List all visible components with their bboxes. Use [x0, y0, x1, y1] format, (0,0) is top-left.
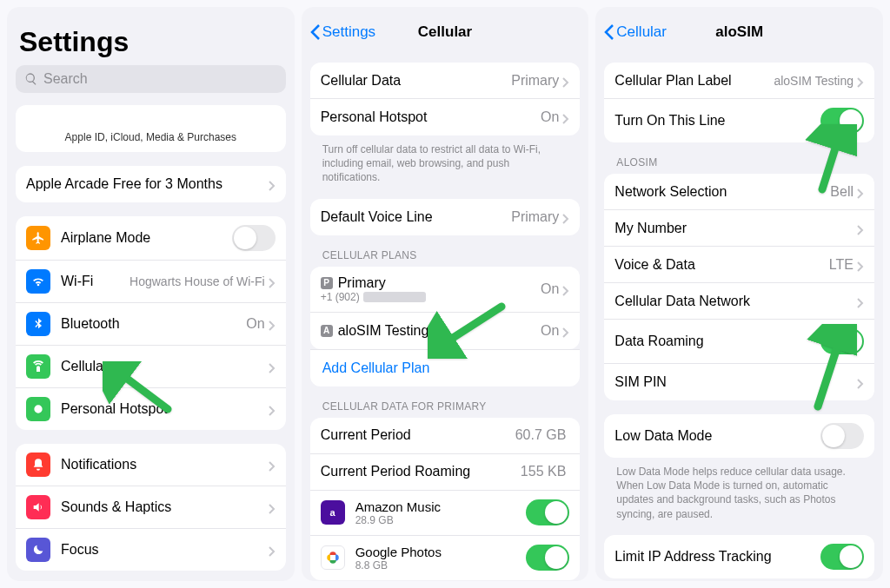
- focus-label: Focus: [61, 542, 99, 558]
- default-voice-label: Default Voice Line: [321, 209, 433, 225]
- search-icon: [24, 72, 38, 86]
- search-placeholder: Search: [43, 71, 88, 87]
- navbar: Settings Cellular: [310, 17, 581, 47]
- back-button[interactable]: Settings: [310, 23, 375, 41]
- app-amazon-row[interactable]: a Amazon Music 28.9 GB: [310, 491, 581, 536]
- limit-ip-toggle[interactable]: [820, 544, 864, 570]
- amazon-music-icon: a: [321, 500, 345, 525]
- chevron-right-icon: [857, 187, 864, 197]
- plan-alosim-label: aloSIM Testing: [338, 323, 429, 339]
- promo-label: Apple Arcade Free for 3 Months: [26, 176, 222, 192]
- cellular-data-label: Cellular Data: [321, 73, 401, 89]
- hotspot-label: Personal Hotspot: [61, 401, 168, 417]
- promo-row[interactable]: Apple Arcade Free for 3 Months: [16, 166, 286, 202]
- focus-row[interactable]: Focus: [16, 529, 286, 571]
- default-voice-value: Primary: [511, 209, 559, 225]
- usage-header: CELLULAR DATA FOR PRIMARY: [322, 400, 581, 413]
- turn-on-label: Turn On This Line: [614, 113, 725, 129]
- wifi-row[interactable]: Wi-Fi Hogwarts House of Wi-Fi: [16, 261, 286, 303]
- alosim-screen: Cellular aloSIM Cellular Plan Label aloS…: [595, 7, 883, 581]
- limit-ip-row[interactable]: Limit IP Address Tracking: [604, 535, 874, 578]
- bluetooth-label: Bluetooth: [61, 316, 120, 332]
- data-roaming-label: Data Roaming: [614, 334, 703, 349]
- chevron-right-icon: [562, 284, 569, 294]
- wifi-label: Wi-Fi: [61, 274, 93, 289]
- back-label: Cellular: [616, 23, 667, 41]
- cellular-screen: Settings Cellular Cellular Data Primary …: [302, 7, 589, 581]
- app-google-row[interactable]: Google Photos 8.8 GB: [310, 536, 581, 580]
- chevron-right-icon: [269, 459, 276, 470]
- turn-on-line-row[interactable]: Turn On This Line: [604, 99, 874, 142]
- bluetooth-icon: [26, 312, 50, 336]
- back-button[interactable]: Cellular: [604, 23, 667, 41]
- cellular-row[interactable]: Cellular: [16, 346, 286, 388]
- airplane-mode-row[interactable]: Airplane Mode: [16, 216, 286, 261]
- cellular-plans-header: CELLULAR PLANS: [322, 249, 581, 261]
- search-input[interactable]: Search: [16, 65, 286, 93]
- low-data-footer: Low Data Mode helps reduce cellular data…: [616, 465, 874, 521]
- plan-primary-label: Primary: [338, 275, 386, 291]
- chevron-right-icon: [269, 276, 276, 287]
- sounds-row[interactable]: Sounds & Haptics: [16, 486, 286, 529]
- chevron-right-icon: [269, 319, 276, 329]
- current-period-row[interactable]: Current Period 60.7 GB: [310, 418, 581, 454]
- network-selection-label: Network Selection: [614, 184, 727, 200]
- chevron-right-icon: [857, 223, 864, 234]
- voice-data-row[interactable]: Voice & Data LTE: [604, 247, 874, 283]
- plan-label-value: aloSIM Testing: [774, 74, 853, 88]
- bluetooth-row[interactable]: Bluetooth On: [16, 303, 286, 346]
- chevron-right-icon: [857, 377, 864, 387]
- data-roaming-row[interactable]: Data Roaming: [604, 320, 874, 364]
- low-data-mode-row[interactable]: Low Data Mode: [604, 414, 874, 458]
- cellular-icon: [26, 354, 50, 379]
- my-number-row[interactable]: My Number: [604, 210, 874, 247]
- notifications-row[interactable]: Notifications: [16, 444, 286, 486]
- wifi-icon: [26, 269, 50, 294]
- turn-on-line-toggle[interactable]: [820, 108, 864, 134]
- current-period-roaming-row[interactable]: Current Period Roaming 155 KB: [310, 454, 581, 491]
- voice-data-label: Voice & Data: [614, 257, 695, 273]
- cellular-data-footer: Turn off cellular data to restrict all d…: [322, 142, 581, 185]
- nav-title: aloSIM: [715, 23, 763, 41]
- low-data-toggle[interactable]: [820, 423, 864, 449]
- bell-icon: [26, 453, 50, 477]
- chevron-right-icon: [562, 326, 569, 336]
- personal-hotspot-row[interactable]: Personal Hotspot On: [310, 99, 581, 135]
- app-amazon-size: 28.9 GB: [355, 514, 527, 526]
- app-amazon-toggle[interactable]: [526, 499, 569, 525]
- app-google-toggle[interactable]: [526, 545, 569, 571]
- airplane-label: Airplane Mode: [61, 230, 150, 246]
- cellular-data-row[interactable]: Cellular Data Primary: [310, 63, 581, 99]
- sim-pin-row[interactable]: SIM PIN: [604, 364, 874, 400]
- chevron-right-icon: [857, 76, 864, 86]
- chevron-right-icon: [269, 179, 276, 189]
- sounds-label: Sounds & Haptics: [61, 499, 171, 515]
- chevron-right-icon: [269, 361, 276, 372]
- page-title: Settings: [19, 26, 286, 58]
- chevron-right-icon: [269, 502, 276, 512]
- data-roaming-toggle[interactable]: [820, 328, 864, 354]
- plan-primary-badge: P: [321, 277, 333, 289]
- airplane-toggle[interactable]: [232, 225, 276, 251]
- current-period-value: 60.7 GB: [515, 427, 567, 443]
- notifications-label: Notifications: [61, 457, 136, 472]
- cellular-data-network-row[interactable]: Cellular Data Network: [604, 283, 874, 320]
- personal-hotspot-label: Personal Hotspot: [321, 109, 428, 125]
- plan-primary-row[interactable]: P Primary +1 (902) On: [310, 267, 581, 313]
- plan-label-row[interactable]: Cellular Plan Label aloSIM Testing: [604, 63, 874, 99]
- cellular-label: Cellular: [61, 359, 108, 374]
- plan-alosim-row[interactable]: A aloSIM Testing On: [310, 313, 581, 349]
- apple-id-card[interactable]: Apple ID, iCloud, Media & Purchases: [16, 105, 286, 152]
- current-period-roaming-label: Current Period Roaming: [321, 464, 471, 479]
- personal-hotspot-value: On: [541, 109, 559, 125]
- hotspot-row[interactable]: Personal Hotspot: [16, 388, 286, 430]
- default-voice-row[interactable]: Default Voice Line Primary: [310, 199, 581, 235]
- low-data-label: Low Data Mode: [614, 428, 712, 444]
- network-selection-row[interactable]: Network Selection Bell: [604, 174, 874, 210]
- chevron-right-icon: [562, 76, 569, 86]
- plan-label-label: Cellular Plan Label: [614, 73, 731, 89]
- airplane-icon: [26, 226, 50, 250]
- chevron-right-icon: [857, 296, 864, 307]
- add-cellular-plan-link[interactable]: Add Cellular Plan: [310, 349, 581, 386]
- google-photos-icon: [321, 545, 345, 570]
